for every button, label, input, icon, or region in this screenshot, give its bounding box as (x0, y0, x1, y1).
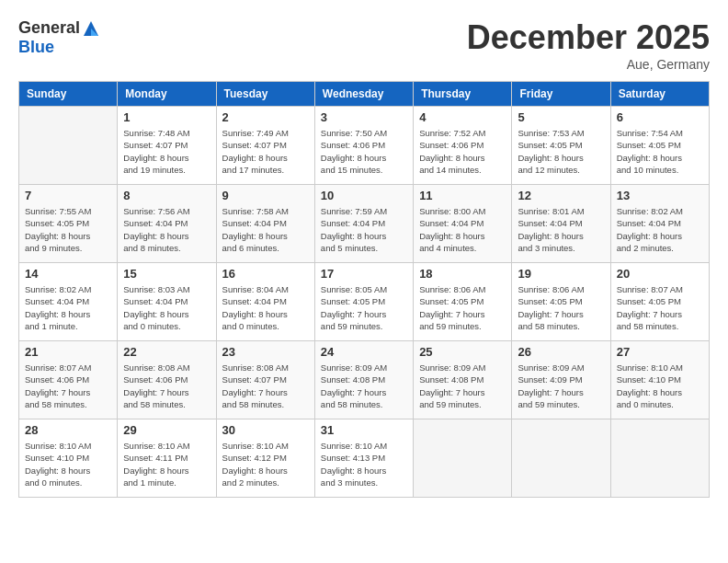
day-info: Sunrise: 8:07 AMSunset: 4:06 PMDaylight:… (25, 362, 111, 410)
day-info: Sunrise: 8:02 AMSunset: 4:04 PMDaylight:… (25, 283, 111, 332)
day-info: Sunrise: 8:10 AMSunset: 4:10 PMDaylight:… (617, 362, 703, 410)
day-number: 8 (123, 189, 210, 202)
day-info: Sunrise: 8:06 AMSunset: 4:05 PMDaylight:… (518, 283, 604, 332)
calendar-cell (512, 419, 610, 498)
day-number: 19 (518, 267, 604, 281)
calendar-cell: 25Sunrise: 8:09 AMSunset: 4:08 PMDayligh… (414, 341, 512, 419)
day-info: Sunrise: 8:08 AMSunset: 4:06 PMDaylight:… (123, 362, 210, 410)
day-number: 16 (222, 267, 309, 281)
day-header-tuesday: Tuesday (216, 82, 314, 107)
calendar-cell: 30Sunrise: 8:10 AMSunset: 4:12 PMDayligh… (216, 419, 314, 498)
week-row-5: 28Sunrise: 8:10 AMSunset: 4:10 PMDayligh… (19, 419, 710, 498)
day-info: Sunrise: 7:59 AMSunset: 4:04 PMDaylight:… (321, 205, 407, 254)
day-info: Sunrise: 7:52 AMSunset: 4:06 PMDaylight:… (419, 127, 506, 176)
day-header-saturday: Saturday (610, 82, 709, 107)
calendar-cell: 12Sunrise: 8:01 AMSunset: 4:04 PMDayligh… (512, 185, 610, 263)
week-row-1: 1Sunrise: 7:48 AMSunset: 4:07 PMDaylight… (19, 107, 710, 185)
logo-blue: Blue (18, 38, 54, 57)
day-header-thursday: Thursday (414, 82, 512, 107)
day-number: 12 (518, 189, 604, 202)
calendar-cell: 21Sunrise: 8:07 AMSunset: 4:06 PMDayligh… (19, 341, 118, 419)
day-number: 20 (617, 267, 703, 281)
calendar-cell: 14Sunrise: 8:02 AMSunset: 4:04 PMDayligh… (19, 263, 118, 341)
calendar-cell: 27Sunrise: 8:10 AMSunset: 4:10 PMDayligh… (610, 341, 709, 419)
day-number: 30 (222, 423, 309, 437)
day-info: Sunrise: 7:50 AMSunset: 4:06 PMDaylight:… (321, 127, 407, 176)
day-number: 23 (222, 345, 309, 359)
day-number: 10 (321, 189, 407, 202)
day-info: Sunrise: 8:00 AMSunset: 4:04 PMDaylight:… (419, 205, 506, 254)
location: Aue, Germany (467, 57, 710, 72)
calendar-cell: 8Sunrise: 7:56 AMSunset: 4:04 PMDaylight… (118, 185, 216, 263)
day-info: Sunrise: 7:49 AMSunset: 4:07 PMDaylight:… (222, 127, 309, 176)
calendar-cell: 17Sunrise: 8:05 AMSunset: 4:05 PMDayligh… (314, 263, 413, 341)
page-header: General Blue December 2025 Aue, Germany (18, 18, 710, 72)
day-header-wednesday: Wednesday (314, 82, 413, 107)
logo-icon (82, 19, 100, 38)
day-header-sunday: Sunday (19, 82, 118, 107)
week-row-3: 14Sunrise: 8:02 AMSunset: 4:04 PMDayligh… (19, 263, 710, 341)
calendar-cell: 15Sunrise: 8:03 AMSunset: 4:04 PMDayligh… (118, 263, 216, 341)
day-number: 13 (617, 189, 703, 202)
calendar-cell: 9Sunrise: 7:58 AMSunset: 4:04 PMDaylight… (216, 185, 314, 263)
calendar-cell: 2Sunrise: 7:49 AMSunset: 4:07 PMDaylight… (216, 107, 314, 185)
calendar-cell: 11Sunrise: 8:00 AMSunset: 4:04 PMDayligh… (414, 185, 512, 263)
day-info: Sunrise: 8:03 AMSunset: 4:04 PMDaylight:… (123, 283, 210, 332)
calendar-cell: 31Sunrise: 8:10 AMSunset: 4:13 PMDayligh… (314, 419, 413, 498)
calendar-cell: 23Sunrise: 8:08 AMSunset: 4:07 PMDayligh… (216, 341, 314, 419)
day-info: Sunrise: 7:55 AMSunset: 4:05 PMDaylight:… (25, 205, 111, 254)
day-number: 14 (25, 267, 111, 281)
calendar-cell: 5Sunrise: 7:53 AMSunset: 4:05 PMDaylight… (512, 107, 610, 185)
day-number: 27 (617, 345, 703, 359)
calendar-cell: 4Sunrise: 7:52 AMSunset: 4:06 PMDaylight… (414, 107, 512, 185)
day-number: 4 (419, 110, 506, 124)
calendar-cell: 6Sunrise: 7:54 AMSunset: 4:05 PMDaylight… (610, 107, 709, 185)
calendar-cell: 28Sunrise: 8:10 AMSunset: 4:10 PMDayligh… (19, 419, 118, 498)
calendar-cell (610, 419, 709, 498)
day-info: Sunrise: 7:54 AMSunset: 4:05 PMDaylight:… (617, 127, 703, 176)
day-number: 15 (123, 267, 210, 281)
day-number: 18 (419, 267, 506, 281)
calendar-cell: 7Sunrise: 7:55 AMSunset: 4:05 PMDaylight… (19, 185, 118, 263)
month-title: December 2025 (467, 18, 710, 57)
day-number: 2 (222, 110, 309, 124)
day-number: 29 (123, 423, 210, 437)
day-number: 21 (25, 345, 111, 359)
calendar-cell: 13Sunrise: 8:02 AMSunset: 4:04 PMDayligh… (610, 185, 709, 263)
calendar-cell: 19Sunrise: 8:06 AMSunset: 4:05 PMDayligh… (512, 263, 610, 341)
calendar-cell: 18Sunrise: 8:06 AMSunset: 4:05 PMDayligh… (414, 263, 512, 341)
day-info: Sunrise: 8:10 AMSunset: 4:10 PMDaylight:… (25, 440, 111, 488)
day-info: Sunrise: 7:58 AMSunset: 4:04 PMDaylight:… (222, 205, 309, 254)
day-info: Sunrise: 8:08 AMSunset: 4:07 PMDaylight:… (222, 362, 309, 410)
day-header-monday: Monday (118, 82, 216, 107)
day-number: 7 (25, 189, 111, 202)
day-number: 6 (617, 110, 703, 124)
day-info: Sunrise: 8:10 AMSunset: 4:11 PMDaylight:… (123, 440, 210, 488)
week-row-2: 7Sunrise: 7:55 AMSunset: 4:05 PMDaylight… (19, 185, 710, 263)
day-info: Sunrise: 8:05 AMSunset: 4:05 PMDaylight:… (321, 283, 407, 332)
calendar-cell: 26Sunrise: 8:09 AMSunset: 4:09 PMDayligh… (512, 341, 610, 419)
day-info: Sunrise: 7:48 AMSunset: 4:07 PMDaylight:… (123, 127, 210, 176)
week-row-4: 21Sunrise: 8:07 AMSunset: 4:06 PMDayligh… (19, 341, 710, 419)
day-number: 3 (321, 110, 407, 124)
header-row: SundayMondayTuesdayWednesdayThursdayFrid… (19, 82, 710, 107)
day-info: Sunrise: 8:06 AMSunset: 4:05 PMDaylight:… (419, 283, 506, 332)
day-number: 24 (321, 345, 407, 359)
day-number: 11 (419, 189, 506, 202)
calendar-cell: 1Sunrise: 7:48 AMSunset: 4:07 PMDaylight… (118, 107, 216, 185)
calendar-cell: 16Sunrise: 8:04 AMSunset: 4:04 PMDayligh… (216, 263, 314, 341)
day-info: Sunrise: 8:01 AMSunset: 4:04 PMDaylight:… (518, 205, 604, 254)
calendar-cell: 24Sunrise: 8:09 AMSunset: 4:08 PMDayligh… (314, 341, 413, 419)
day-info: Sunrise: 8:09 AMSunset: 4:09 PMDaylight:… (518, 362, 604, 410)
day-info: Sunrise: 7:56 AMSunset: 4:04 PMDaylight:… (123, 205, 210, 254)
day-number: 31 (321, 423, 407, 437)
calendar-table: SundayMondayTuesdayWednesdayThursdayFrid… (18, 81, 710, 498)
day-number: 25 (419, 345, 506, 359)
calendar-cell: 29Sunrise: 8:10 AMSunset: 4:11 PMDayligh… (118, 419, 216, 498)
day-info: Sunrise: 8:09 AMSunset: 4:08 PMDaylight:… (321, 362, 407, 410)
day-info: Sunrise: 8:09 AMSunset: 4:08 PMDaylight:… (419, 362, 506, 410)
day-header-friday: Friday (512, 82, 610, 107)
day-info: Sunrise: 8:10 AMSunset: 4:13 PMDaylight:… (321, 440, 407, 488)
day-number: 5 (518, 110, 604, 124)
day-number: 9 (222, 189, 309, 202)
